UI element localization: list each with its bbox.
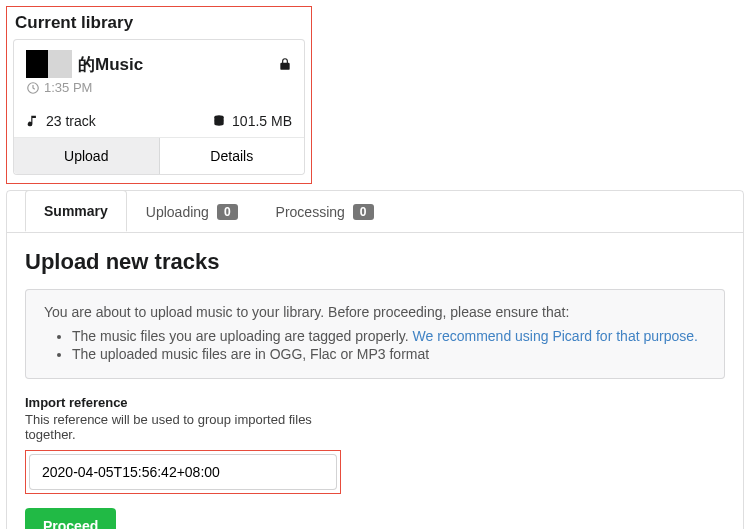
tab-processing[interactable]: Processing 0	[257, 191, 393, 232]
section-title: Current library	[15, 13, 305, 33]
upload-panel: Summary Uploading 0 Processing 0 Upload …	[6, 190, 744, 529]
tab-summary-label: Summary	[44, 203, 108, 219]
proceed-button[interactable]: Proceed	[25, 508, 116, 529]
info-bullet-2: The uploaded music files are in OGG, Fla…	[72, 346, 706, 362]
page-title: Upload new tracks	[25, 249, 725, 275]
library-name: 的Music	[78, 53, 143, 76]
current-library-section: Current library 的Music 1:35 PM	[6, 6, 312, 184]
library-size: 101.5 MB	[232, 113, 292, 129]
library-time: 1:35 PM	[44, 80, 92, 95]
info-message: You are about to upload music to your li…	[25, 289, 725, 379]
tab-summary[interactable]: Summary	[25, 190, 127, 232]
import-reference-label: Import reference	[25, 395, 725, 410]
processing-count-badge: 0	[353, 204, 374, 220]
tab-uploading[interactable]: Uploading 0	[127, 191, 257, 232]
track-count: 23 track	[46, 113, 96, 129]
music-note-icon	[26, 114, 40, 128]
import-reference-help: This reference will be used to group imp…	[25, 412, 325, 442]
library-avatar	[26, 50, 72, 78]
info-bullet-1: The music files you are uploading are ta…	[72, 328, 706, 344]
database-icon	[212, 114, 226, 128]
lock-icon	[278, 57, 292, 71]
import-reference-input[interactable]	[29, 454, 337, 490]
clock-icon	[26, 81, 40, 95]
tab-processing-label: Processing	[276, 204, 345, 220]
picard-link[interactable]: We recommend using Picard for that purpo…	[413, 328, 698, 344]
details-button[interactable]: Details	[160, 138, 305, 174]
tabs: Summary Uploading 0 Processing 0	[7, 191, 743, 233]
upload-button[interactable]: Upload	[14, 138, 160, 174]
library-card: 的Music 1:35 PM 23 track	[13, 39, 305, 175]
tab-uploading-label: Uploading	[146, 204, 209, 220]
uploading-count-badge: 0	[217, 204, 238, 220]
info-intro: You are about to upload music to your li…	[44, 304, 706, 320]
import-reference-wrap	[25, 450, 341, 494]
